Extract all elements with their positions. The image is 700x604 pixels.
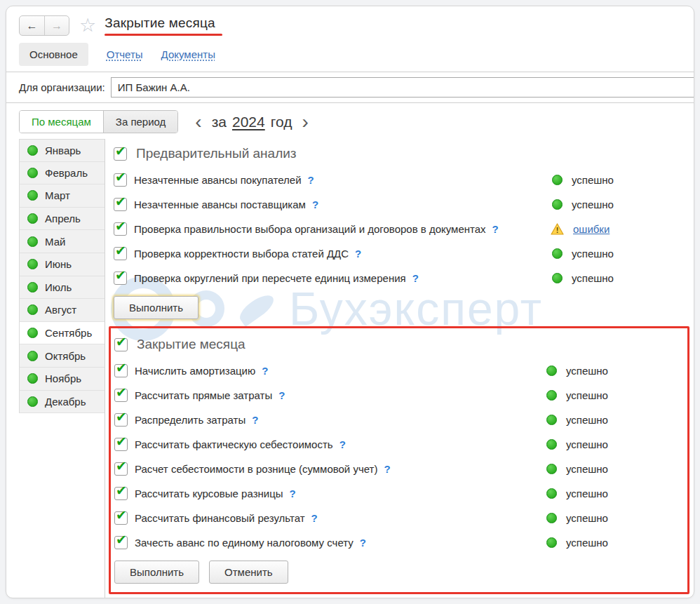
help-question-icon[interactable]: ? — [252, 414, 258, 426]
help-question-icon[interactable]: ? — [290, 488, 296, 499]
item-checkbox[interactable] — [114, 271, 127, 285]
sidebar-item-month[interactable]: Июль — [19, 276, 105, 300]
forward-button[interactable]: → — [44, 16, 69, 35]
errors-link[interactable]: ошибки — [573, 223, 610, 235]
organization-label: Для организации: — [19, 81, 105, 93]
item-checkbox[interactable] — [114, 536, 128, 549]
help-question-icon[interactable]: ? — [355, 248, 361, 260]
months-sidebar: ЯнварьФевральМартАпрельМайИюньИюльАвгуст… — [19, 139, 105, 598]
item-checkbox[interactable] — [114, 487, 128, 500]
tab-reports[interactable]: Отчеты — [107, 48, 143, 60]
section-checkbox[interactable] — [114, 147, 127, 161]
organization-input[interactable] — [111, 77, 694, 98]
help-question-icon[interactable]: ? — [308, 174, 314, 186]
sidebar-item-month[interactable]: Сентябрь — [19, 322, 105, 345]
cancel-button[interactable]: Отменить — [209, 561, 288, 584]
success-dot-icon — [552, 175, 563, 185]
item-checkbox[interactable] — [114, 511, 128, 525]
month-success-dot-icon — [27, 351, 38, 361]
item-status: успешно — [546, 438, 684, 450]
sidebar-item-month[interactable]: Апрель — [19, 208, 105, 231]
status-text: успешно — [572, 272, 614, 284]
help-question-icon[interactable]: ? — [312, 199, 318, 210]
status-text: успешно — [572, 199, 614, 210]
next-year-chevron-icon[interactable]: › — [300, 115, 309, 129]
help-question-icon[interactable]: ? — [278, 389, 285, 401]
execute-button[interactable]: Выполнить — [114, 561, 199, 584]
svg-text:!: ! — [556, 226, 559, 234]
main-panel: Бухэксперт Предварительный анализ Незачт… — [105, 139, 694, 598]
success-dot-icon — [546, 537, 557, 548]
item-checkbox[interactable] — [114, 198, 127, 211]
help-question-icon[interactable]: ? — [412, 272, 419, 284]
item-checkbox[interactable] — [114, 173, 127, 187]
sidebar-item-month[interactable]: Июнь — [19, 253, 105, 276]
status-text: успешно — [566, 365, 608, 377]
help-question-icon[interactable]: ? — [339, 438, 346, 450]
period-bar: По месяцам За период ‹ за 2024 год › — [6, 103, 694, 139]
item-status: успешно — [552, 174, 689, 186]
month-success-dot-icon — [27, 259, 38, 269]
checklist-item: Проверка округлений при пересчете единиц… — [114, 270, 689, 286]
sidebar-item-month[interactable]: Октябрь — [19, 344, 105, 368]
help-question-icon[interactable]: ? — [384, 463, 390, 475]
section-month-closing: Закрытие месяца Начислить амортизацию?ус… — [109, 326, 689, 594]
forward-arrow-icon: → — [51, 20, 62, 32]
sidebar-item-month[interactable]: Декабрь — [19, 391, 105, 414]
month-success-dot-icon — [27, 396, 38, 407]
checklist-item: Распределить затраты?успешно — [114, 412, 684, 428]
item-label: Зачесть аванс по единому налоговому счет… — [135, 537, 354, 549]
year-text: за 2024 год — [212, 114, 292, 130]
item-checkbox[interactable] — [114, 364, 128, 377]
sidebar-item-month[interactable]: Март — [19, 184, 105, 208]
item-checkbox[interactable] — [114, 389, 128, 402]
status-text: успешно — [566, 488, 608, 499]
status-text: успешно — [572, 174, 614, 186]
sidebar-item-month[interactable]: Февраль — [19, 162, 105, 185]
for-period-button[interactable]: За период — [103, 111, 178, 133]
item-checkbox[interactable] — [114, 462, 128, 476]
status-text: успешно — [566, 438, 608, 450]
success-dot-icon — [546, 488, 557, 499]
item-status: успешно — [546, 512, 684, 524]
section-title: Предварительный анализ — [136, 146, 297, 161]
month-success-dot-icon — [27, 328, 38, 338]
item-label: Рассчитать курсовые разницы — [135, 488, 283, 499]
history-nav-group: ← → — [19, 15, 69, 36]
item-status: успешно — [546, 365, 684, 377]
item-checkbox[interactable] — [114, 438, 128, 451]
success-dot-icon — [552, 199, 563, 210]
item-checkbox[interactable] — [114, 413, 128, 427]
success-dot-icon — [552, 248, 563, 259]
help-question-icon[interactable]: ? — [360, 537, 366, 549]
tab-documents[interactable]: Документы — [161, 48, 215, 60]
favorite-star-icon[interactable]: ☆ — [79, 16, 96, 35]
month-label: Февраль — [45, 167, 88, 179]
sidebar-item-month[interactable]: Май — [19, 230, 105, 253]
sidebar-item-month[interactable]: Август — [19, 299, 105, 322]
checklist-item: Рассчитать фактическую себестоимость?усп… — [114, 436, 684, 452]
item-checkbox[interactable] — [114, 222, 127, 236]
success-dot-icon — [546, 464, 557, 474]
by-months-button[interactable]: По месяцам — [20, 111, 103, 133]
previous-year-chevron-icon[interactable]: ‹ — [194, 115, 203, 129]
month-label: Октябрь — [45, 350, 86, 362]
item-label: Рассчитать фактическую себестоимость — [135, 438, 333, 450]
back-button[interactable]: ← — [20, 16, 44, 35]
execute-button[interactable]: Выполнить — [114, 296, 198, 319]
month-success-dot-icon — [27, 145, 38, 156]
year-link[interactable]: 2024 — [232, 114, 265, 130]
sidebar-item-month[interactable]: Январь — [19, 139, 105, 162]
section-checkbox[interactable] — [114, 338, 128, 351]
help-question-icon[interactable]: ? — [262, 365, 268, 377]
help-question-icon[interactable]: ? — [311, 512, 318, 524]
checklist: Начислить амортизацию?успешноРассчитать … — [114, 363, 684, 551]
sidebar-item-month[interactable]: Ноябрь — [19, 368, 105, 391]
success-dot-icon — [546, 365, 557, 376]
page-title: Закрытие месяца — [105, 15, 215, 30]
tab-main[interactable]: Основное — [19, 43, 88, 66]
month-success-dot-icon — [27, 236, 38, 247]
section-preliminary-analysis: Предварительный анализ Незачтенные аванс… — [114, 146, 689, 319]
help-question-icon[interactable]: ? — [492, 223, 499, 235]
item-checkbox[interactable] — [114, 247, 127, 260]
